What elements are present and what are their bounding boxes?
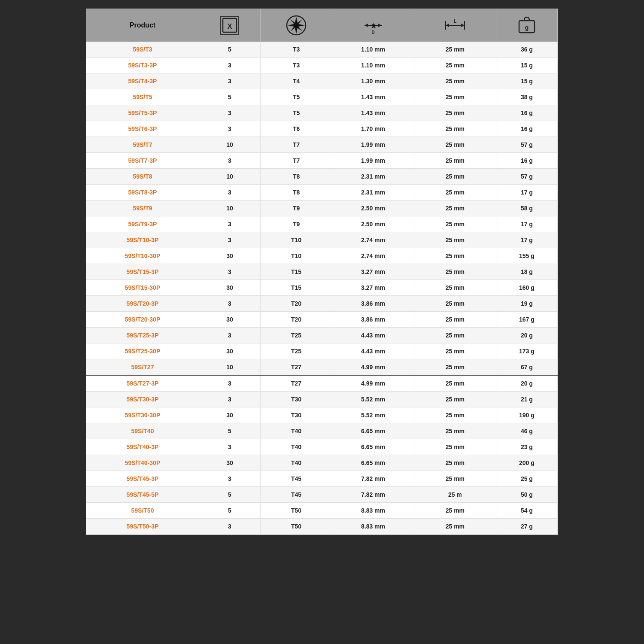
cell-weight: 155 g	[496, 248, 557, 264]
cell-product: 59S/T50-3P	[86, 519, 199, 535]
cell-torx: T6	[261, 121, 332, 137]
cell-product: 59S/T27-3P	[86, 375, 199, 392]
cell-product: 59S/T5-3P	[86, 105, 199, 121]
cell-quantity: 5	[199, 42, 260, 58]
cell-length: 25 mm	[414, 73, 496, 89]
torx-icon-wrap	[265, 15, 328, 36]
cell-diameter: 4.99 mm	[332, 375, 414, 392]
cell-weight: 36 g	[496, 42, 557, 58]
cell-quantity: 3	[199, 185, 260, 200]
cell-weight: 58 g	[496, 200, 557, 216]
cell-length: 25 mm	[414, 519, 496, 535]
cell-quantity: 3	[199, 153, 260, 169]
cell-product: 59S/T7	[86, 137, 199, 153]
cell-quantity: 30	[199, 248, 260, 264]
cell-torx: T15	[261, 264, 332, 280]
cell-length: 25 mm	[414, 296, 496, 312]
cell-product: 59S/T9-3P	[86, 216, 199, 232]
cell-quantity: 3	[199, 392, 260, 407]
cell-quantity: 5	[199, 89, 260, 105]
cell-torx: T8	[261, 185, 332, 200]
cell-torx: T9	[261, 200, 332, 216]
cell-product: 59S/T4-3P	[86, 73, 199, 89]
cell-length: 25 mm	[414, 105, 496, 121]
cell-diameter: 1.30 mm	[332, 73, 414, 89]
cell-quantity: 30	[199, 280, 260, 296]
cell-product: 59S/T15-3P	[86, 264, 199, 280]
cell-quantity: 30	[199, 343, 260, 359]
cell-torx: T30	[261, 407, 332, 423]
cell-torx: T10	[261, 232, 332, 248]
cell-diameter: 4.99 mm	[332, 359, 414, 376]
cell-torx: T20	[261, 296, 332, 312]
table-row: 59S/T25-30P 30 T25 4.43 mm 25 mm 173 g	[86, 343, 558, 359]
table-row: 59S/T7 10 T7 1.99 mm 25 mm 57 g	[86, 137, 558, 153]
cell-quantity: 3	[199, 216, 260, 232]
cell-weight: 23 g	[496, 439, 557, 455]
table-row: 59S/T40 5 T40 6.65 mm 25 mm 46 g	[86, 423, 558, 439]
cell-weight: 20 g	[496, 375, 557, 392]
table-row: 59S/T25-3P 3 T25 4.43 mm 25 mm 20 g	[86, 328, 558, 343]
weight-icon: g	[517, 15, 536, 35]
cell-diameter: 2.31 mm	[332, 185, 414, 200]
cell-length: 25 mm	[414, 312, 496, 328]
cell-product: 59S/T15-30P	[86, 280, 199, 296]
cell-torx: T7	[261, 153, 332, 169]
cell-diameter: 1.99 mm	[332, 137, 414, 153]
cell-diameter: 1.43 mm	[332, 105, 414, 121]
cell-length: 25 mm	[414, 232, 496, 248]
cell-torx: T50	[261, 503, 332, 519]
col-weight: g	[496, 9, 557, 42]
cell-length: 25 mm	[414, 89, 496, 105]
cell-torx: T5	[261, 105, 332, 121]
cell-product: 59S/T40-3P	[86, 439, 199, 455]
quantity-icon-box: X	[220, 16, 239, 35]
cell-diameter: 5.52 mm	[332, 392, 414, 407]
cell-weight: 57 g	[496, 137, 557, 153]
cell-torx: T40	[261, 423, 332, 439]
cell-torx: T50	[261, 519, 332, 535]
cell-diameter: 3.86 mm	[332, 296, 414, 312]
cell-diameter: 2.31 mm	[332, 169, 414, 185]
cell-diameter: 1.99 mm	[332, 153, 414, 169]
cell-product: 59S/T8-3P	[86, 185, 199, 200]
cell-quantity: 5	[199, 487, 260, 503]
cell-torx: T25	[261, 343, 332, 359]
cell-length: 25 mm	[414, 42, 496, 58]
cell-diameter: 8.83 mm	[332, 503, 414, 519]
svg-marker-3	[288, 17, 305, 34]
cell-length: 25 mm	[414, 137, 496, 153]
cell-product: 59S/T5	[86, 89, 199, 105]
cell-product: 59S/T45-3P	[86, 471, 199, 487]
table-row: 59S/T8-3P 3 T8 2.31 mm 25 mm 17 g	[86, 185, 558, 200]
cell-length: 25 mm	[414, 359, 496, 376]
cell-torx: T9	[261, 216, 332, 232]
cell-diameter: 3.27 mm	[332, 264, 414, 280]
cell-weight: 20 g	[496, 328, 557, 343]
cell-torx: T25	[261, 328, 332, 343]
cell-quantity: 30	[199, 312, 260, 328]
cell-weight: 50 g	[496, 487, 557, 503]
table-row: 59S/T4-3P 3 T4 1.30 mm 25 mm 15 g	[86, 73, 558, 89]
cell-length: 25 mm	[414, 471, 496, 487]
cell-length: 25 mm	[414, 423, 496, 439]
cell-length: 25 mm	[414, 216, 496, 232]
cell-weight: 167 g	[496, 312, 557, 328]
cell-torx: T3	[261, 42, 332, 58]
cell-length: 25 mm	[414, 121, 496, 137]
cell-diameter: 3.86 mm	[332, 312, 414, 328]
cell-quantity: 5	[199, 503, 260, 519]
cell-diameter: 7.82 mm	[332, 471, 414, 487]
product-table: Product X	[86, 9, 558, 535]
cell-quantity: 3	[199, 471, 260, 487]
cell-torx: T30	[261, 392, 332, 407]
cell-diameter: 6.65 mm	[332, 455, 414, 471]
cell-length: 25 mm	[414, 455, 496, 471]
svg-marker-11	[461, 24, 465, 27]
cell-weight: 67 g	[496, 359, 557, 376]
quantity-icon-wrap: X	[204, 16, 256, 35]
cell-weight: 27 g	[496, 519, 557, 535]
cell-length: 25 mm	[414, 153, 496, 169]
table-row: 59S/T40-30P 30 T40 6.65 mm 25 mm 200 g	[86, 455, 558, 471]
cell-product: 59S/T40	[86, 423, 199, 439]
